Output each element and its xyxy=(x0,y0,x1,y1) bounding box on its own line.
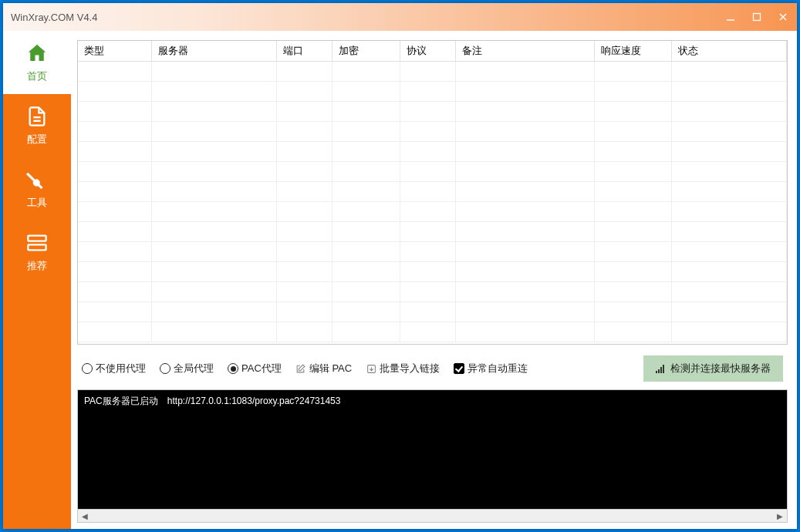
radio-icon xyxy=(82,363,93,374)
radio-icon xyxy=(228,363,238,374)
detect-fastest-button[interactable]: 检测并连接最快服务器 xyxy=(643,355,783,382)
scroll-right-icon[interactable]: ▶ xyxy=(775,510,785,521)
svg-rect-6 xyxy=(28,236,46,241)
col-server[interactable]: 服务器 xyxy=(151,41,276,62)
bulk-import-link[interactable]: 批量导入链接 xyxy=(366,362,440,375)
table-row[interactable] xyxy=(78,282,787,302)
server-table[interactable]: 类型 服务器 端口 加密 协议 备注 响应速度 状态 xyxy=(77,40,788,345)
svg-rect-1 xyxy=(754,14,761,21)
window-title: WinXray.COM V4.4 xyxy=(11,12,97,23)
col-protocol[interactable]: 协议 xyxy=(400,41,455,62)
table-row[interactable] xyxy=(78,102,787,122)
col-encrypt[interactable]: 加密 xyxy=(332,41,400,62)
col-port[interactable]: 端口 xyxy=(276,41,332,62)
titlebar: WinXray.COM V4.4 xyxy=(3,3,797,31)
signal-icon xyxy=(656,364,664,373)
sidebar-item-config[interactable]: 配置 xyxy=(3,94,71,157)
table-row[interactable] xyxy=(78,222,787,242)
radio-label: 全局代理 xyxy=(174,362,214,375)
server-icon xyxy=(25,231,49,254)
svg-rect-7 xyxy=(28,244,46,250)
table-row[interactable] xyxy=(78,162,787,182)
sidebar-item-label: 配置 xyxy=(27,133,47,146)
table-row[interactable] xyxy=(78,242,787,262)
sidebar: 首页 配置 工具 推荐 xyxy=(3,31,71,529)
radio-global-proxy[interactable]: 全局代理 xyxy=(160,362,214,375)
col-status[interactable]: 状态 xyxy=(671,41,787,62)
checkbox-icon xyxy=(454,363,464,374)
home-icon xyxy=(25,42,49,65)
sidebar-item-home[interactable]: 首页 xyxy=(3,31,71,94)
controls-row: 不使用代理 全局代理 PAC代理 编辑 PAC xyxy=(77,345,788,389)
wrench-icon xyxy=(25,168,49,191)
col-remark[interactable]: 备注 xyxy=(455,41,594,62)
table-row[interactable] xyxy=(78,82,787,102)
button-label: 检测并连接最快服务器 xyxy=(670,362,771,375)
radio-no-proxy[interactable]: 不使用代理 xyxy=(82,362,146,375)
radio-pac-proxy[interactable]: PAC代理 xyxy=(228,362,282,375)
table-row[interactable] xyxy=(78,142,787,162)
table-row[interactable] xyxy=(78,322,787,342)
log-console[interactable]: PAC服务器已启动http://127.0.0.1:1083/proxy.pac… xyxy=(77,389,788,509)
radio-label: 不使用代理 xyxy=(96,362,146,375)
col-type[interactable]: 类型 xyxy=(78,41,151,62)
sidebar-item-recommend[interactable]: 推荐 xyxy=(3,221,71,284)
checkbox-label: 异常自动重连 xyxy=(468,362,528,375)
sidebar-item-label: 推荐 xyxy=(27,259,47,273)
sidebar-item-label: 工具 xyxy=(27,196,47,210)
table-row[interactable] xyxy=(78,302,787,322)
minimize-button[interactable] xyxy=(724,11,737,23)
radio-label: PAC代理 xyxy=(241,362,282,375)
link-label: 批量导入链接 xyxy=(380,362,440,375)
radio-icon xyxy=(160,363,170,374)
sidebar-item-label: 首页 xyxy=(27,69,47,83)
maximize-button[interactable] xyxy=(751,11,763,23)
table-row[interactable] xyxy=(78,262,787,282)
table-row[interactable] xyxy=(78,182,787,202)
table-row[interactable] xyxy=(78,202,787,222)
log-line-prefix: PAC服务器已启动 xyxy=(84,396,158,406)
edit-pac-link[interactable]: 编辑 PAC xyxy=(295,362,352,375)
table-header-row: 类型 服务器 端口 加密 协议 备注 响应速度 状态 xyxy=(78,41,787,62)
log-line-url: http://127.0.0.1:1083/proxy.pac?24731453 xyxy=(167,396,341,406)
edit-icon xyxy=(295,363,306,374)
horizontal-scrollbar[interactable]: ◀ ▶ xyxy=(77,509,788,523)
sidebar-item-tools[interactable]: 工具 xyxy=(3,157,71,221)
table-row[interactable] xyxy=(78,62,787,82)
document-icon xyxy=(25,105,49,128)
table-row[interactable] xyxy=(78,122,787,142)
scroll-left-icon[interactable]: ◀ xyxy=(79,510,90,521)
close-button[interactable] xyxy=(777,11,789,23)
import-icon xyxy=(366,363,376,374)
col-speed[interactable]: 响应速度 xyxy=(594,41,671,62)
link-label: 编辑 PAC xyxy=(309,362,352,375)
auto-reconnect-checkbox[interactable]: 异常自动重连 xyxy=(454,362,528,375)
